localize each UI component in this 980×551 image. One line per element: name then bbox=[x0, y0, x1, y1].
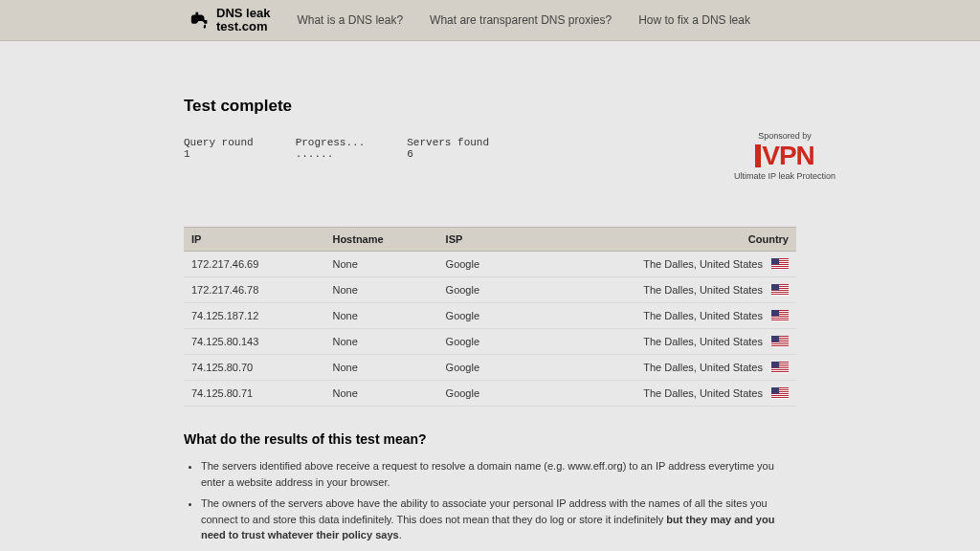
svg-rect-28 bbox=[771, 342, 789, 343]
explain-list: The servers identified above receive a r… bbox=[201, 458, 796, 551]
cell-hostname: None bbox=[324, 381, 437, 407]
svg-rect-12 bbox=[771, 291, 789, 292]
svg-rect-5 bbox=[771, 267, 789, 268]
svg-rect-14 bbox=[771, 295, 789, 296]
col-hostname: Hostname bbox=[324, 228, 437, 252]
explain-heading: What do the results of this test mean? bbox=[184, 431, 796, 447]
nav-transparent-proxies[interactable]: What are transparent DNS proxies? bbox=[430, 13, 612, 27]
cell-isp: Google bbox=[438, 303, 523, 329]
svg-rect-45 bbox=[771, 396, 789, 397]
svg-rect-7 bbox=[771, 258, 779, 265]
cell-ip: 74.125.80.71 bbox=[184, 381, 324, 407]
svg-rect-39 bbox=[771, 362, 779, 368]
cell-ip: 172.217.46.78 bbox=[184, 277, 324, 303]
svg-rect-36 bbox=[771, 368, 789, 369]
sponsor-pre: Sponsored by bbox=[718, 131, 852, 141]
table-row: 172.217.46.69NoneGoogleThe Dalles, Unite… bbox=[184, 252, 796, 277]
col-country: Country bbox=[522, 228, 796, 252]
cell-ip: 74.125.80.70 bbox=[184, 355, 324, 381]
table-row: 74.125.80.71NoneGoogleThe Dalles, United… bbox=[184, 381, 796, 407]
cell-ip: 74.125.187.12 bbox=[184, 303, 324, 329]
svg-rect-38 bbox=[771, 372, 789, 373]
svg-rect-23 bbox=[771, 310, 779, 317]
us-flag-icon bbox=[771, 336, 789, 347]
cell-isp: Google bbox=[438, 277, 523, 303]
svg-rect-29 bbox=[771, 344, 789, 345]
us-flag-icon bbox=[771, 258, 789, 270]
us-flag-icon bbox=[771, 387, 789, 399]
svg-rect-30 bbox=[771, 346, 789, 347]
cell-isp: Google bbox=[438, 381, 523, 407]
round-label: Query round bbox=[184, 137, 254, 148]
query-meta: Query round 1 Progress... ...... Servers… bbox=[184, 137, 796, 160]
explain-point-2: The owners of the servers above have the… bbox=[201, 496, 796, 543]
svg-rect-37 bbox=[771, 370, 789, 371]
svg-rect-20 bbox=[771, 317, 789, 318]
cell-location: The Dalles, United States bbox=[522, 303, 796, 329]
cell-hostname: None bbox=[324, 355, 437, 381]
us-flag-icon bbox=[771, 310, 789, 321]
sponsor-logo: VPN bbox=[718, 143, 852, 169]
logo-line2: test.com bbox=[216, 20, 270, 33]
table-row: 74.125.187.12NoneGoogleThe Dalles, Unite… bbox=[184, 303, 796, 329]
cell-isp: Google bbox=[438, 329, 523, 355]
svg-rect-22 bbox=[771, 320, 789, 321]
logo-line1: DNS leak bbox=[216, 7, 270, 20]
cell-isp: Google bbox=[438, 355, 523, 381]
cell-ip: 172.217.46.69 bbox=[184, 252, 324, 277]
cell-isp: Google bbox=[438, 252, 523, 277]
svg-rect-44 bbox=[771, 394, 789, 395]
cell-location: The Dalles, United States bbox=[522, 277, 796, 303]
servers-value: 6 bbox=[407, 148, 413, 160]
round-value: 1 bbox=[184, 148, 190, 160]
nav-what-is[interactable]: What is a DNS leak? bbox=[297, 13, 403, 27]
col-ip: IP bbox=[184, 228, 324, 252]
cell-hostname: None bbox=[324, 303, 437, 329]
col-isp: ISP bbox=[438, 228, 523, 252]
cell-ip: 74.125.80.143 bbox=[184, 329, 324, 355]
site-logo[interactable]: DNS leak test.com bbox=[189, 7, 270, 33]
us-flag-icon bbox=[771, 284, 789, 296]
results-table: IP Hostname ISP Country 172.217.46.69Non… bbox=[184, 227, 796, 407]
cell-location: The Dalles, United States bbox=[522, 252, 796, 277]
table-row: 74.125.80.143NoneGoogleThe Dalles, Unite… bbox=[184, 329, 796, 355]
explain-point-1: The servers identified above receive a r… bbox=[201, 458, 796, 490]
cell-hostname: None bbox=[324, 252, 437, 277]
sponsor-box[interactable]: Sponsored by VPN Ultimate IP leak Protec… bbox=[718, 131, 852, 181]
svg-rect-13 bbox=[771, 293, 789, 294]
cell-hostname: None bbox=[324, 277, 437, 303]
svg-rect-6 bbox=[771, 269, 789, 270]
sponsor-tagline: Ultimate IP leak Protection bbox=[718, 171, 852, 181]
svg-rect-47 bbox=[771, 387, 779, 394]
svg-rect-15 bbox=[771, 284, 779, 291]
page-title: Test complete bbox=[184, 97, 796, 116]
svg-rect-46 bbox=[771, 398, 789, 399]
table-row: 172.217.46.78NoneGoogleThe Dalles, Unite… bbox=[184, 277, 796, 303]
svg-rect-4 bbox=[771, 265, 789, 266]
servers-label: Servers found bbox=[407, 137, 489, 148]
svg-rect-21 bbox=[771, 319, 789, 320]
cell-location: The Dalles, United States bbox=[522, 355, 796, 381]
cell-location: The Dalles, United States bbox=[522, 381, 796, 407]
progress-label: Progress... bbox=[296, 137, 366, 148]
top-nav: DNS leak test.com What is a DNS leak? Wh… bbox=[0, 0, 980, 41]
svg-rect-31 bbox=[771, 336, 779, 342]
cell-hostname: None bbox=[324, 329, 437, 355]
table-row: 74.125.80.70NoneGoogleThe Dalles, United… bbox=[184, 355, 796, 381]
progress-value: ...... bbox=[296, 148, 334, 160]
us-flag-icon bbox=[771, 362, 789, 373]
nav-how-to-fix[interactable]: How to fix a DNS leak bbox=[638, 13, 750, 27]
faucet-icon bbox=[189, 10, 211, 31]
cell-location: The Dalles, United States bbox=[522, 329, 796, 355]
